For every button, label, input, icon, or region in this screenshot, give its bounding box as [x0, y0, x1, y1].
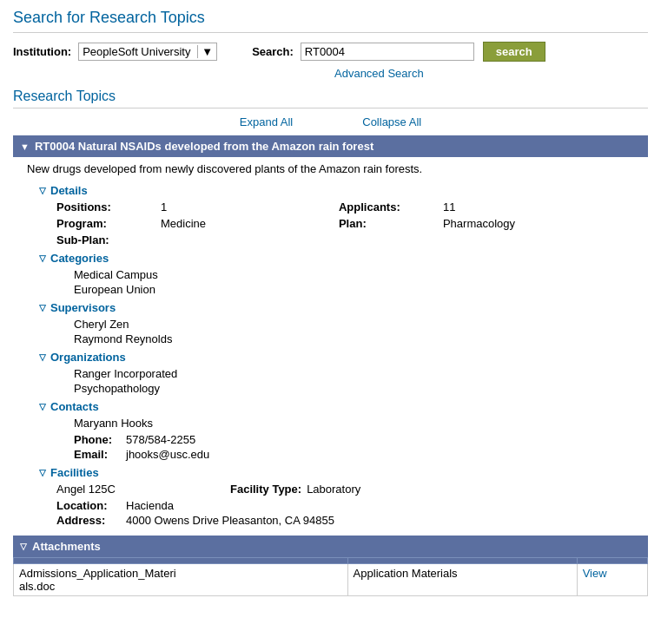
- search-label: Search:: [252, 45, 294, 58]
- positions-label: Positions:: [56, 200, 161, 214]
- table-header-row: [14, 558, 648, 564]
- location-value: Hacienda: [126, 499, 174, 512]
- organizations-label: ▽ Organizations: [39, 351, 648, 364]
- facility-type-label: Facility Type:: [230, 483, 301, 496]
- organizations-label-text: Organizations: [50, 351, 126, 364]
- organizations-triangle-icon: ▽: [39, 352, 46, 362]
- applicants-value: 11: [443, 200, 648, 214]
- advanced-search-anchor[interactable]: Advanced Search: [334, 67, 424, 80]
- attachments-table-body: Admissions_Application_Materials.doc App…: [14, 564, 648, 596]
- address-label: Address:: [56, 514, 126, 527]
- institution-value: PeopleSoft University: [83, 45, 194, 58]
- phone-value: 578/584-2255: [126, 433, 195, 446]
- table-row: Admissions_Application_Materials.doc App…: [14, 564, 648, 596]
- supervisors-label-text: Supervisors: [50, 301, 116, 314]
- facility-location: Location: Hacienda: [56, 499, 648, 512]
- list-item: Ranger Incorporated: [74, 367, 648, 380]
- contacts-label-text: Contacts: [50, 400, 99, 413]
- plan-value: Pharmacology: [443, 217, 648, 230]
- facility-name: Angel 125C: [56, 483, 230, 496]
- organizations-section: ▽ Organizations Ranger Incorporated Psyc…: [39, 351, 648, 395]
- section-title: Research Topics: [13, 89, 648, 108]
- expand-all-link[interactable]: Expand All: [240, 115, 293, 128]
- dropdown-arrow-icon: ▼: [197, 45, 213, 58]
- subplan-label: Sub-Plan:: [56, 233, 161, 246]
- details-section: ▽ Details Positions: 1 Applicants: 11 Pr…: [39, 184, 648, 246]
- subplan-value: [161, 233, 339, 246]
- collapse-triangle-icon: ▼: [20, 141, 30, 152]
- topic-title: RT0004 Natural NSAIDs developed from the…: [35, 140, 373, 153]
- search-button[interactable]: search: [483, 42, 545, 62]
- contact-name: Maryann Hooks: [74, 417, 648, 430]
- plan-label: Plan:: [339, 217, 443, 230]
- facility-block: Angel 125C Facility Type: Laboratory Loc…: [56, 483, 648, 527]
- attachment-action[interactable]: View: [577, 564, 647, 596]
- facilities-label-text: Facilities: [50, 466, 99, 479]
- contact-block: Maryann Hooks Phone: 578/584-2255 Email:…: [74, 417, 648, 461]
- contacts-label: ▽ Contacts: [39, 400, 648, 413]
- topic-description: New drugs developed from newly discovere…: [27, 162, 648, 175]
- attachments-table-header: [14, 558, 648, 564]
- categories-label: ▽ Categories: [39, 252, 648, 265]
- facilities-section: ▽ Facilities Angel 125C Facility Type: L…: [39, 466, 648, 527]
- facility-type-value: Laboratory: [307, 483, 360, 496]
- program-value: Medicine: [161, 217, 339, 230]
- location-label: Location:: [56, 499, 126, 512]
- attachment-filename: Admissions_Application_Materials.doc: [14, 564, 348, 596]
- contact-phone: Phone: 578/584-2255: [74, 433, 648, 446]
- attachments-triangle-icon: ▽: [20, 542, 27, 551]
- supervisors-section: ▽ Supervisors Cheryl Zen Raymond Reynold…: [39, 301, 648, 345]
- list-item: Raymond Reynolds: [74, 332, 648, 345]
- categories-section: ▽ Categories Medical Campus European Uni…: [39, 252, 648, 296]
- attachment-description: Application Materials: [347, 564, 577, 596]
- supervisors-list: Cheryl Zen Raymond Reynolds: [74, 318, 648, 345]
- list-item: European Union: [74, 283, 648, 296]
- details-triangle-icon: ▽: [39, 186, 46, 195]
- list-item: Cheryl Zen: [74, 318, 648, 331]
- email-label: Email:: [74, 448, 126, 461]
- contacts-section: ▽ Contacts Maryann Hooks Phone: 578/584-…: [39, 400, 648, 461]
- list-item: Medical Campus: [74, 268, 648, 281]
- view-link[interactable]: View: [583, 567, 607, 580]
- attachments-header[interactable]: ▽ Attachments: [13, 536, 648, 557]
- categories-list: Medical Campus European Union: [74, 268, 648, 296]
- phone-label: Phone:: [74, 433, 126, 446]
- details-grid: Positions: 1 Applicants: 11 Program: Med…: [56, 200, 648, 246]
- search-form: Institution: PeopleSoft University ▼ Sea…: [13, 42, 648, 62]
- facilities-label: ▽ Facilities: [39, 466, 648, 479]
- expand-collapse-row: Expand All Collapse All: [13, 115, 648, 128]
- attachments-label-text: Attachments: [32, 540, 101, 553]
- email-value: jhooks@usc.edu: [126, 448, 209, 461]
- contact-email: Email: jhooks@usc.edu: [74, 448, 648, 461]
- list-item: Psychopathology: [74, 382, 648, 395]
- search-input[interactable]: [301, 43, 474, 61]
- collapse-all-link[interactable]: Collapse All: [362, 115, 421, 128]
- categories-triangle-icon: ▽: [39, 253, 46, 263]
- topic-header[interactable]: ▼ RT0004 Natural NSAIDs developed from t…: [13, 135, 648, 157]
- details-label-text: Details: [50, 184, 88, 197]
- supervisors-triangle-icon: ▽: [39, 303, 46, 312]
- page-title: Search for Research Topics: [13, 9, 648, 33]
- organizations-list: Ranger Incorporated Psychopathology: [74, 367, 648, 395]
- contacts-triangle-icon: ▽: [39, 402, 46, 411]
- program-label: Program:: [56, 217, 161, 230]
- col-filename: [14, 558, 348, 564]
- attachments-table: Admissions_Application_Materials.doc App…: [13, 557, 648, 596]
- details-label: ▽ Details: [39, 184, 648, 197]
- institution-label: Institution:: [13, 45, 71, 58]
- address-value: 4000 Owens Drive Pleasanton, CA 94855: [126, 514, 334, 527]
- facility-address: Address: 4000 Owens Drive Pleasanton, CA…: [56, 514, 648, 527]
- positions-value: 1: [161, 200, 339, 214]
- col-action: [577, 558, 647, 564]
- facility-main-row: Angel 125C Facility Type: Laboratory: [56, 483, 648, 496]
- advanced-search-link[interactable]: Advanced Search: [334, 67, 648, 80]
- institution-dropdown[interactable]: PeopleSoft University ▼: [78, 43, 217, 61]
- facilities-triangle-icon: ▽: [39, 468, 46, 477]
- col-description: [347, 558, 577, 564]
- applicants-label: Applicants:: [339, 200, 443, 214]
- categories-label-text: Categories: [50, 252, 109, 265]
- supervisors-label: ▽ Supervisors: [39, 301, 648, 314]
- attachments-section: ▽ Attachments Admissions_Application_Mat…: [13, 536, 648, 596]
